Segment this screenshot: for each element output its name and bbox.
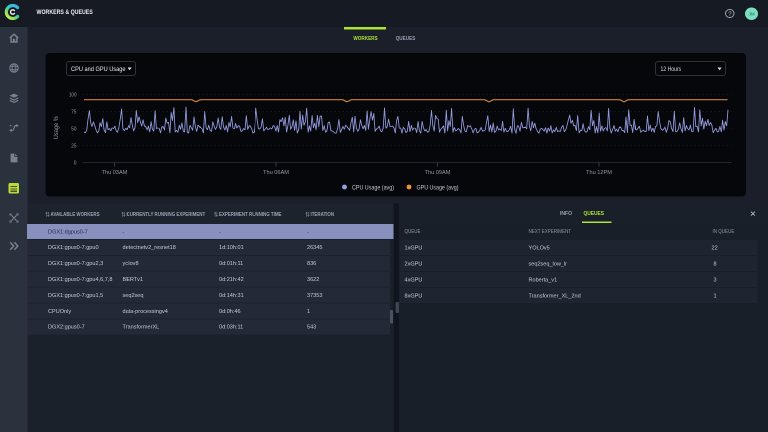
svg-text:0: 0 <box>74 160 77 166</box>
svg-text:Thu 06AM: Thu 06AM <box>263 169 289 175</box>
svg-text:Thu 03AM: Thu 03AM <box>102 169 128 175</box>
svg-text:CPU Usage (avg): CPU Usage (avg) <box>352 184 394 190</box>
svg-text:Thu 12PM: Thu 12PM <box>586 169 612 175</box>
svg-text:25: 25 <box>71 143 76 149</box>
svg-text:Usage %: Usage % <box>53 116 59 140</box>
svg-text:50: 50 <box>71 126 76 132</box>
svg-text:75: 75 <box>71 109 76 115</box>
svg-text:100: 100 <box>69 92 77 98</box>
svg-text:Thu 09AM: Thu 09AM <box>425 169 451 175</box>
svg-text:GPU Usage (avg): GPU Usage (avg) <box>417 184 459 190</box>
